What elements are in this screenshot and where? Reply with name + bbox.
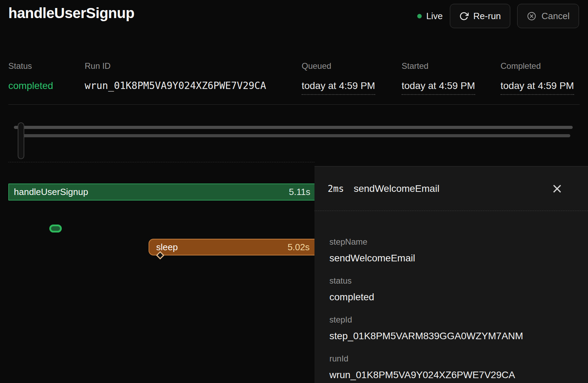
refresh-icon	[459, 11, 469, 21]
page-title: handleUserSignup	[8, 5, 134, 22]
meta-status-label: Status	[8, 61, 53, 71]
cancel-label: Cancel	[541, 11, 570, 22]
step-detail-title: sendWelcomeEmail	[354, 183, 439, 194]
run-id-value: wrun_01K8PM5VA9Y024XZ6PWE7V29CA	[85, 80, 266, 92]
step-detail-panel: 2ms sendWelcomeEmail stepName sendWelcom…	[314, 166, 588, 383]
field-stepid-label: stepId	[329, 315, 523, 325]
field-stepname-label: stepName	[329, 237, 415, 247]
queued-time-value: today at 4:59 PM	[302, 80, 375, 95]
cancel-circle-icon	[527, 11, 537, 21]
field-stepname: stepName sendWelcomeEmail	[329, 237, 415, 264]
field-runid-value: wrun_01K8PM5VA9Y024XZ6PWE7V29CA	[329, 369, 515, 381]
root-span-label: handleUserSignup	[14, 187, 88, 197]
sleep-span-duration: 5.02s	[287, 242, 310, 253]
trace-gridline	[8, 162, 314, 162]
meta-run-id: Run ID wrun_01K8PM5VA9Y024XZ6PWE7V29CA	[85, 61, 266, 92]
root-span-duration: 5.11s	[289, 187, 310, 197]
header-divider	[8, 104, 580, 105]
field-stepid: stepId step_01K8PM5VARM839GGA0WZYM7ANM	[329, 315, 523, 342]
meta-completed-label: Completed	[501, 61, 574, 71]
completed-time-value: today at 4:59 PM	[501, 80, 574, 95]
scrubber-track-bottom[interactable]	[20, 134, 570, 137]
field-status: status completed	[329, 276, 374, 303]
live-label: Live	[426, 11, 443, 22]
rerun-button[interactable]: Re-run	[450, 4, 510, 28]
started-time-value: today at 4:59 PM	[402, 80, 475, 95]
rerun-label: Re-run	[473, 11, 501, 22]
sleep-span-label: sleep	[156, 242, 178, 253]
live-dot-icon	[417, 14, 422, 18]
scrubber-track-top[interactable]	[14, 126, 573, 129]
field-runid-label: runId	[329, 353, 515, 364]
field-stepid-value: step_01K8PM5VARM839GGA0WZYM7ANM	[329, 330, 523, 342]
close-panel-button[interactable]	[552, 184, 562, 194]
span-handleusersignup[interactable]: handleUserSignup 5.11s	[8, 184, 314, 201]
scrubber-handle[interactable]	[18, 122, 24, 159]
live-indicator: Live	[417, 11, 443, 22]
header-controls: Live Re-run Cancel	[417, 4, 579, 28]
meta-status: Status completed	[8, 61, 53, 92]
meta-queued: Queued today at 4:59 PM	[302, 61, 375, 95]
span-sleep[interactable]: sleep 5.02s	[149, 239, 314, 255]
step-duration-badge: 2ms	[328, 184, 344, 194]
workflow-run-page: handleUserSignup Live Re-run	[0, 0, 588, 383]
meta-started: Started today at 4:59 PM	[402, 61, 475, 95]
field-status-value: completed	[329, 291, 374, 303]
meta-queued-label: Queued	[302, 61, 375, 71]
cancel-button[interactable]: Cancel	[517, 4, 579, 28]
meta-run-id-label: Run ID	[85, 61, 266, 71]
field-status-label: status	[329, 276, 374, 286]
close-icon	[552, 184, 562, 194]
field-runid: runId wrun_01K8PM5VA9Y024XZ6PWE7V29CA	[329, 353, 515, 381]
step-pill-sendwelcomeemail[interactable]	[49, 225, 62, 233]
field-stepname-value: sendWelcomeEmail	[329, 252, 415, 264]
step-detail-header: 2ms sendWelcomeEmail	[314, 166, 588, 211]
meta-completed: Completed today at 4:59 PM	[501, 61, 574, 95]
meta-started-label: Started	[402, 61, 475, 71]
run-status-value: completed	[8, 80, 53, 92]
